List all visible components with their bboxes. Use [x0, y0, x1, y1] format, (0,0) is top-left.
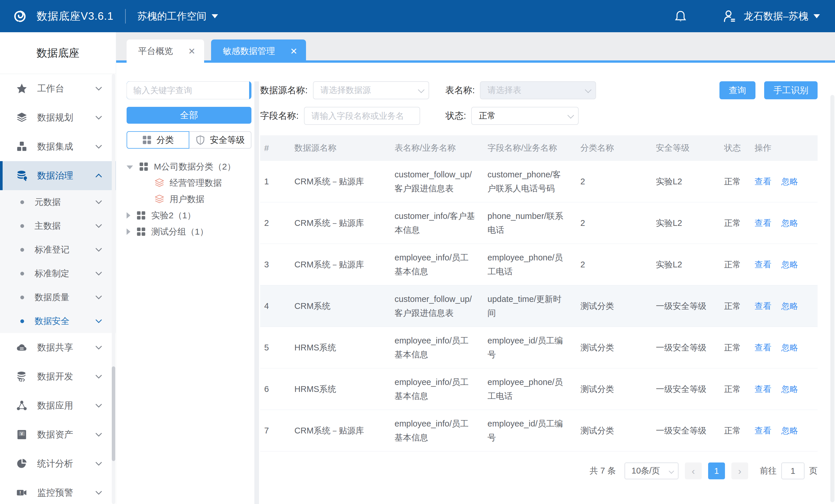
tree-node-label: 实验2（1） [151, 209, 196, 222]
view-link[interactable]: 查看 [755, 260, 771, 269]
cell-table: customer_info/客户基本信息 [390, 203, 483, 243]
sidebar-subitem-3-0[interactable]: 元数据 [0, 190, 116, 214]
grid-icon [136, 210, 146, 220]
next-page-button[interactable]: › [731, 463, 748, 479]
cell-table: customer_follow_up/客户跟进信息表 [390, 286, 483, 326]
table-placeholder: 请选择表 [487, 84, 521, 96]
row-actions: 查看忽略 [751, 376, 818, 402]
chevron-down-icon [814, 14, 820, 18]
goto-page-input[interactable] [781, 463, 805, 479]
ignore-link[interactable]: 忽略 [781, 426, 798, 435]
sidebar-scrollbar-thumb[interactable] [112, 366, 115, 461]
monitor-alert-icon: ! [16, 487, 27, 498]
sidebar-item-2[interactable]: 数据集成 [0, 132, 116, 161]
sidebar-item-8[interactable]: 统计分析 [0, 449, 116, 478]
page-1-button[interactable]: 1 [708, 463, 725, 479]
ignore-link[interactable]: 忽略 [781, 384, 798, 394]
sidebar-item-9[interactable]: !监控预警 [0, 478, 116, 504]
datasource-select[interactable]: 请选择数据源 [313, 81, 429, 99]
chevron-down-icon [94, 293, 103, 302]
tab-platform-overview[interactable]: 平台概览 ✕ [127, 39, 204, 63]
toggle-security-level[interactable]: 安全等级 [189, 131, 251, 149]
top-navbar: 数据底座V3.6.1 苏槐的工作空间 龙石数据–苏槐 [0, 0, 835, 32]
query-button[interactable]: 查询 [719, 81, 755, 99]
view-link[interactable]: 查看 [755, 384, 771, 394]
caret-down-icon[interactable] [127, 165, 133, 169]
table-row: 5HRMS系统employee_info/员工基本信息employee_id/员… [260, 327, 818, 368]
view-link[interactable]: 查看 [755, 218, 771, 228]
close-icon[interactable]: ✕ [290, 46, 297, 56]
sidebar-item-4[interactable]: 数据共享 [0, 333, 116, 362]
submenu: 元数据主数据标准登记标准制定数据质量数据安全 [0, 190, 116, 333]
toggle-classification[interactable]: 分类 [127, 131, 189, 149]
search-button[interactable] [249, 81, 251, 99]
search-input[interactable] [127, 81, 249, 99]
sidebar-subitem-3-5[interactable]: 数据安全 [0, 309, 116, 333]
tree-search [127, 81, 251, 99]
all-button[interactable]: 全部 [127, 107, 251, 124]
cell-datasource: HRMS系统 [290, 335, 390, 360]
sidebar-subitem-3-1[interactable]: 主数据 [0, 214, 116, 238]
row-actions: 查看忽略 [751, 335, 818, 360]
sidebar-subitem-3-2[interactable]: 标准登记 [0, 238, 116, 262]
view-link[interactable]: 查看 [755, 426, 771, 435]
cell-datasource: CRM系统－贴源库 [290, 169, 390, 194]
caret-right-icon[interactable] [127, 212, 130, 219]
sidebar-item-6[interactable]: 数据应用 [0, 391, 116, 420]
field-name-input[interactable] [311, 111, 403, 121]
sidebar-item-1[interactable]: 数据规划 [0, 103, 116, 132]
chevron-down-icon [94, 245, 103, 254]
pagination: 共 7 条 10条/页 ‹ 1 › 前往 页 [260, 463, 818, 479]
layers-icon [16, 112, 27, 123]
tree-node-0[interactable]: M公司数据分类（2） [127, 159, 251, 175]
cell-index: 2 [260, 210, 290, 236]
view-link[interactable]: 查看 [755, 343, 771, 352]
filter-area: 数据源名称: 请选择数据源 表名称: 请选择表 查询 [260, 81, 818, 125]
ignore-link[interactable]: 忽略 [781, 343, 798, 352]
close-icon[interactable]: ✕ [188, 46, 196, 56]
sidebar-item-3[interactable]: 数据治理 [0, 161, 116, 190]
status-select[interactable]: 正常 [471, 107, 578, 125]
sidebar-item-label: 数据集成 [37, 141, 94, 153]
cloud-icon [16, 342, 27, 353]
sidebar-subitem-label: 标准制定 [35, 268, 94, 280]
caret-right-icon[interactable] [127, 228, 130, 235]
sidebar-subitem-3-3[interactable]: 标准制定 [0, 262, 116, 285]
notification-bell-icon[interactable] [674, 9, 687, 23]
view-link[interactable]: 查看 [755, 177, 771, 186]
tree-node-2[interactable]: 测试分组（1） [127, 224, 251, 240]
chevron-down-icon [94, 113, 103, 122]
cell-status: 正常 [720, 335, 751, 360]
workspace-selector[interactable]: 苏槐的工作空间 [137, 9, 218, 23]
tree-leaf-0-0[interactable]: 经营管理数据 [127, 175, 251, 191]
sidebar-item-0[interactable]: 工作台 [0, 74, 116, 103]
table-select[interactable]: 请选择表 [480, 81, 596, 99]
chevron-up-icon [94, 171, 103, 180]
chevron-down-icon [568, 112, 574, 119]
tree-leaf-0-1[interactable]: 用户数据 [127, 191, 251, 207]
column-header: 状态 [720, 142, 751, 154]
bullet-dot-icon [20, 272, 24, 276]
ignore-link[interactable]: 忽略 [781, 177, 798, 186]
ignore-link[interactable]: 忽略 [781, 301, 798, 311]
grid-icon [142, 135, 152, 145]
chevron-down-icon [94, 198, 103, 206]
user-menu[interactable]: 龙石数据–苏槐 [722, 9, 820, 23]
tab-sensitive-data[interactable]: 敏感数据管理 ✕ [211, 39, 306, 63]
sidebar-item-7[interactable]: ¥数据资产 [0, 420, 116, 449]
cell-table: customer_follow_up/客户跟进信息表 [390, 162, 483, 201]
chevron-down-icon [94, 401, 103, 410]
ignore-link[interactable]: 忽略 [781, 218, 798, 228]
sidebar-item-5[interactable]: 数据开发 [0, 362, 116, 391]
view-link[interactable]: 查看 [755, 301, 771, 311]
tree-node-1[interactable]: 实验2（1） [127, 207, 251, 224]
cell-category: 测试分类 [576, 418, 652, 443]
ignore-link[interactable]: 忽略 [781, 260, 798, 269]
sensitive-data-main: 数据源名称: 请选择数据源 表名称: 请选择表 查询 [260, 81, 835, 504]
cell-level: 一级安全等级 [652, 376, 720, 402]
prev-page-button[interactable]: ‹ [685, 463, 702, 479]
cell-field: customer_phone/客户联系人电话号码 [483, 162, 576, 201]
manual-identify-button[interactable]: 手工识别 [764, 81, 818, 99]
page-size-select[interactable]: 10条/页 [625, 463, 678, 479]
sidebar-subitem-3-4[interactable]: 数据质量 [0, 285, 116, 309]
